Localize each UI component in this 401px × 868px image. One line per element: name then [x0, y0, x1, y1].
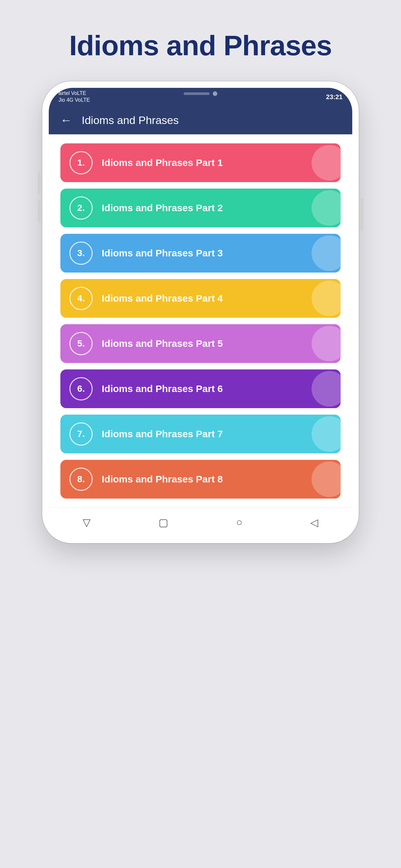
nav-down-icon[interactable]: ▽ — [83, 516, 91, 529]
list-item-6[interactable]: 6. Idioms and Phrases Part 6 — [60, 369, 341, 408]
item-1-label: Idioms and Phrases Part 1 — [102, 157, 223, 168]
side-buttons-left — [38, 172, 41, 223]
list-item-7[interactable]: 7. Idioms and Phrases Part 7 — [60, 414, 341, 454]
item-4-label: Idioms and Phrases Part 4 — [102, 293, 223, 304]
page-title: Idioms and Phrases — [69, 29, 332, 62]
power-button — [360, 197, 363, 230]
notch — [168, 88, 233, 99]
item-8-number: 8. — [77, 474, 85, 485]
carrier1-label: airtel VoLTE — [58, 90, 90, 97]
item-5-number: 5. — [77, 338, 85, 349]
status-bar: airtel VoLTE Jio 4G VoLTE 23:21 — [49, 88, 352, 106]
content-area: 1. Idioms and Phrases Part 1 2. Idioms a… — [49, 134, 352, 507]
nav-bar: ▽ ▢ ○ ◁ — [49, 507, 352, 537]
item-7-circle: 7. — [69, 423, 93, 445]
nav-square-icon[interactable]: ▢ — [158, 516, 168, 529]
notch-camera — [213, 91, 217, 96]
nav-circle-icon[interactable]: ○ — [236, 516, 242, 528]
item-6-label: Idioms and Phrases Part 6 — [102, 383, 223, 394]
item-8-label: Idioms and Phrases Part 8 — [102, 474, 223, 485]
item-2-circle: 2. — [69, 196, 93, 220]
item-8-circle: 8. — [69, 468, 93, 491]
app-bar-title: Idioms and Phrases — [82, 114, 179, 127]
item-5-label: Idioms and Phrases Part 5 — [102, 338, 223, 349]
list-item-5[interactable]: 5. Idioms and Phrases Part 5 — [60, 324, 341, 363]
item-1-circle: 1. — [69, 151, 93, 175]
item-2-number: 2. — [77, 203, 85, 213]
item-3-number: 3. — [77, 248, 85, 258]
item-3-circle: 3. — [69, 242, 93, 265]
item-7-label: Idioms and Phrases Part 7 — [102, 429, 223, 439]
notch-bar — [184, 92, 210, 95]
item-2-label: Idioms and Phrases Part 2 — [102, 203, 223, 213]
list-item-8[interactable]: 8. Idioms and Phrases Part 8 — [60, 460, 341, 499]
list-item-2[interactable]: 2. Idioms and Phrases Part 2 — [60, 189, 341, 227]
item-6-number: 6. — [77, 383, 85, 394]
volume-down-button — [38, 200, 41, 223]
phone-frame: airtel VoLTE Jio 4G VoLTE 23:21 ← Idioms… — [42, 82, 359, 543]
item-4-number: 4. — [77, 293, 85, 304]
list-item-4[interactable]: 4. Idioms and Phrases Part 4 — [60, 279, 341, 318]
item-6-circle: 6. — [69, 377, 93, 400]
volume-up-button — [38, 172, 41, 194]
item-1-number: 1. — [77, 158, 85, 168]
list-item-1[interactable]: 1. Idioms and Phrases Part 1 — [60, 144, 341, 182]
carrier-info: airtel VoLTE Jio 4G VoLTE — [58, 90, 90, 104]
phone-screen: airtel VoLTE Jio 4G VoLTE 23:21 ← Idioms… — [49, 88, 352, 537]
app-bar: ← Idioms and Phrases — [49, 106, 352, 134]
item-7-number: 7. — [77, 429, 85, 439]
carrier2-label: Jio 4G VoLTE — [58, 97, 90, 104]
list-item-3[interactable]: 3. Idioms and Phrases Part 3 — [60, 234, 341, 273]
side-buttons-right — [360, 197, 363, 230]
nav-back-icon[interactable]: ◁ — [310, 516, 318, 529]
item-4-circle: 4. — [69, 287, 93, 310]
status-time: 23:21 — [326, 93, 343, 101]
item-3-label: Idioms and Phrases Part 3 — [102, 248, 223, 259]
item-5-circle: 5. — [69, 332, 93, 355]
back-button[interactable]: ← — [60, 113, 72, 127]
